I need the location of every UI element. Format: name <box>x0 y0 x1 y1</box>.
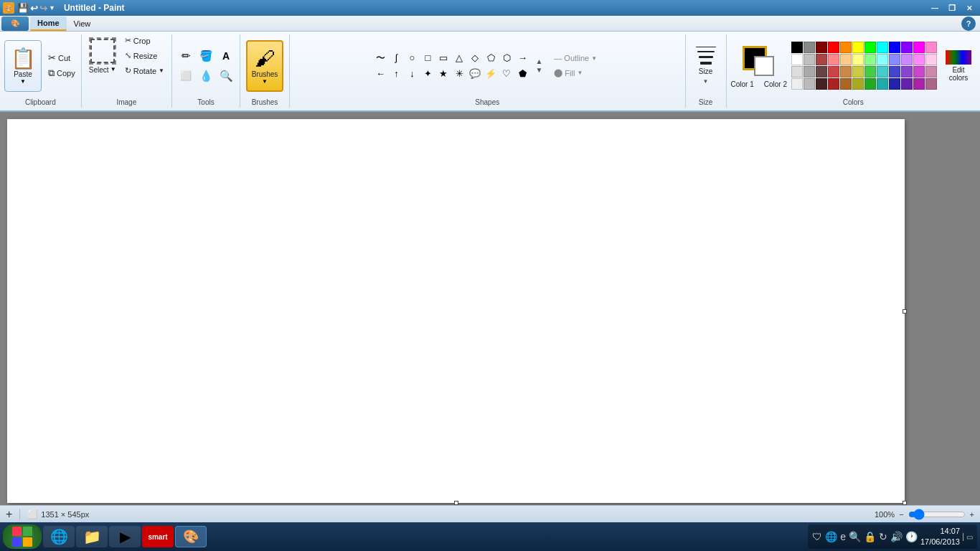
color-swatch-1-9[interactable] <box>889 42 900 53</box>
clock-icon[interactable]: 🕐 <box>905 531 918 542</box>
resize-handle-right[interactable] <box>903 309 907 314</box>
color-swatch-4-12[interactable] <box>925 78 937 90</box>
resize-handle-corner[interactable] <box>903 501 907 505</box>
network-icon[interactable]: 🌐 <box>825 531 837 542</box>
color-swatch-3-3[interactable] <box>816 66 827 77</box>
color-swatch-1-12[interactable] <box>925 42 937 53</box>
color-swatch-3-10[interactable] <box>901 66 913 77</box>
outline-button[interactable]: — Outline ▼ <box>550 52 601 64</box>
taskbar-paint-button[interactable]: 🎨 <box>175 526 207 547</box>
paint-canvas[interactable] <box>7 119 905 503</box>
color-swatch-4-6[interactable] <box>852 78 864 90</box>
edit-colors-button[interactable]: Editcolors <box>941 49 976 83</box>
canvas-area[interactable] <box>0 112 980 505</box>
undo-quick-icon[interactable]: ↩ <box>30 3 38 14</box>
shape-arrow-right[interactable]: → <box>515 51 529 65</box>
color-swatch-1-4[interactable] <box>828 42 839 53</box>
fill-button[interactable]: ⬤ Fill ▼ <box>550 67 601 79</box>
color-swatch-3-12[interactable] <box>925 66 937 77</box>
color-swatch-2-12[interactable] <box>925 54 937 65</box>
shape-hexagon[interactable]: ⬡ <box>499 51 514 65</box>
color-swatch-4-2[interactable] <box>804 78 815 90</box>
color-swatch-1-8[interactable] <box>877 42 888 53</box>
color-swatch-3-8[interactable] <box>877 66 888 77</box>
color-swatch-3-11[interactable] <box>913 66 925 77</box>
color-swatch-2-9[interactable] <box>889 54 900 65</box>
taskbar-smart-button[interactable]: smart <box>142 526 174 547</box>
minimize-button[interactable] <box>927 1 943 14</box>
search-tray-icon[interactable]: 🔍 <box>849 531 861 542</box>
text-tool[interactable]: A <box>217 47 235 65</box>
cut-button[interactable]: ✂ Cut <box>45 51 78 65</box>
shape-curve[interactable]: ∫ <box>389 51 403 65</box>
color-swatch-4-3[interactable] <box>816 78 827 90</box>
color-swatch-2-8[interactable] <box>877 54 888 65</box>
paste-button[interactable]: 📋 Paste ▼ <box>4 40 42 92</box>
start-button[interactable] <box>3 524 42 549</box>
color-swatch-1-11[interactable] <box>913 42 925 53</box>
show-desktop-button[interactable]: ▭ <box>963 533 973 541</box>
rotate-button[interactable]: ↻ Rotate ▼ <box>122 65 167 77</box>
copy-button[interactable]: ⧉ Copy <box>45 66 78 80</box>
color-swatch-2-7[interactable] <box>864 54 876 65</box>
shape-rect[interactable]: □ <box>420 51 435 65</box>
shape-arrow-up[interactable]: ↑ <box>389 67 403 81</box>
magnifier-tool[interactable]: 🔍 <box>217 67 235 85</box>
add-button[interactable]: + <box>6 508 12 521</box>
color-swatch-3-2[interactable] <box>804 66 815 77</box>
shapes-scroll-down[interactable]: ▼ <box>535 66 542 74</box>
shape-arrow-left[interactable]: ← <box>373 67 387 81</box>
maximize-button[interactable] <box>944 1 960 14</box>
shape-pentagon[interactable]: ⬠ <box>484 51 498 65</box>
taskbar-ie-button[interactable]: 🌐 <box>43 526 75 547</box>
shape-arrow-down[interactable]: ↓ <box>405 67 419 81</box>
pencil-tool[interactable]: ✏ <box>176 47 195 65</box>
zoom-out-icon[interactable]: − <box>899 510 903 519</box>
crop-button[interactable]: ✂ Crop <box>122 34 167 47</box>
color-swatch-1-6[interactable] <box>852 42 864 53</box>
ie-tray-icon[interactable]: e <box>840 531 846 542</box>
color-swatch-4-7[interactable] <box>864 78 876 90</box>
color-swatch-3-1[interactable] <box>791 66 803 77</box>
resize-handle-bottom[interactable] <box>454 501 458 505</box>
shape-roundrect[interactable]: ▭ <box>436 51 451 65</box>
shape-star4[interactable]: ✦ <box>420 67 435 81</box>
color-swatch-2-2[interactable] <box>804 54 815 65</box>
color2-swatch[interactable] <box>754 56 774 76</box>
menu-item-view[interactable]: View <box>67 17 98 31</box>
color-swatch-4-5[interactable] <box>840 78 852 90</box>
color-swatch-2-5[interactable] <box>840 54 852 65</box>
taskbar-explorer-button[interactable]: 📁 <box>76 526 108 547</box>
menu-item-home[interactable]: Home <box>30 17 67 31</box>
redo-quick-icon[interactable]: ↪ <box>39 3 47 14</box>
color-swatch-1-7[interactable] <box>864 42 876 53</box>
color-swatch-3-6[interactable] <box>852 66 864 77</box>
color-swatch-2-4[interactable] <box>828 54 839 65</box>
color-swatch-2-6[interactable] <box>852 54 864 65</box>
color-swatch-3-5[interactable] <box>840 66 852 77</box>
taskbar-wmp-button[interactable]: ▶ <box>109 526 141 547</box>
fill-tool[interactable]: 🪣 <box>197 47 215 65</box>
color-swatch-2-11[interactable] <box>913 54 925 65</box>
antivirus-icon[interactable]: 🛡 <box>812 531 822 542</box>
color-swatch-2-3[interactable] <box>816 54 827 65</box>
select-button[interactable]: Select ▼ <box>89 37 116 74</box>
volume-icon[interactable]: 🔊 <box>890 531 903 542</box>
color-swatch-4-10[interactable] <box>901 78 913 90</box>
save-quick-icon[interactable]: 💾 <box>17 3 29 14</box>
eraser-tool[interactable]: ⬜ <box>176 67 195 85</box>
shape-lightning[interactable]: ⚡ <box>484 67 498 81</box>
security-icon[interactable]: 🔒 <box>864 531 876 542</box>
dropdown-quick[interactable]: ▼ <box>49 4 55 11</box>
resize-button[interactable]: ⤡ Resize <box>122 50 167 62</box>
color-swatch-3-9[interactable] <box>889 66 900 77</box>
color-swatch-1-2[interactable] <box>804 42 815 53</box>
brushes-button[interactable]: 🖌 Brushes ▼ <box>246 40 283 92</box>
color-swatch-2-10[interactable] <box>901 54 913 65</box>
color-swatch-3-7[interactable] <box>864 66 876 77</box>
shape-misc[interactable]: ⬟ <box>515 67 529 81</box>
update-icon[interactable]: ↻ <box>879 531 887 542</box>
zoom-in-icon[interactable]: + <box>970 510 974 519</box>
shape-heart[interactable]: ♡ <box>499 67 514 81</box>
shape-star5[interactable]: ★ <box>436 67 451 81</box>
